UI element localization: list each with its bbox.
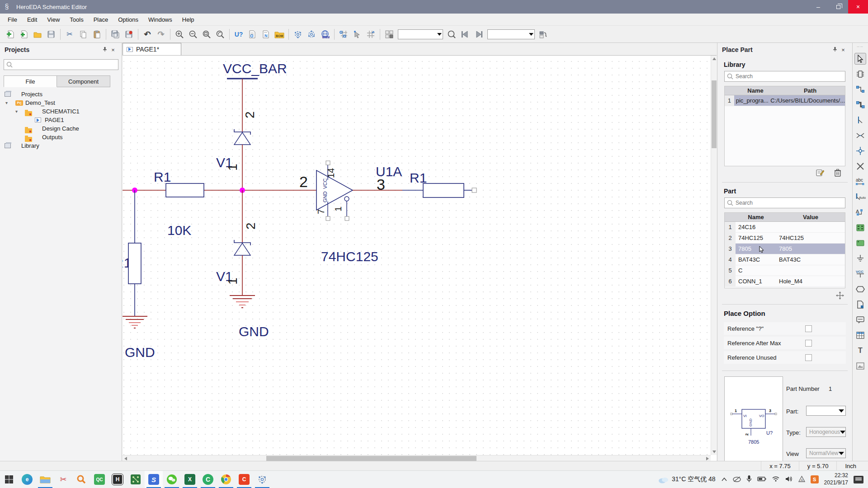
gnd-symbol-tool[interactable] <box>854 253 866 264</box>
volume-icon[interactable] <box>785 476 793 483</box>
taskbar-app-edge[interactable]: e <box>18 471 36 488</box>
tray-s-app-icon[interactable]: S <box>811 475 819 483</box>
arrange-windows-button[interactable] <box>537 28 550 41</box>
scroll-left-arrow[interactable] <box>124 457 127 460</box>
library-col-path[interactable]: Path <box>775 87 845 94</box>
view-combobox[interactable]: NormalView <box>806 448 846 458</box>
taskbar-app-qc[interactable]: QC <box>90 471 108 488</box>
wifi-icon[interactable] <box>772 476 780 483</box>
web-library-button[interactable]: WWW <box>318 28 332 41</box>
taskbar-app-h[interactable]: H <box>108 471 127 488</box>
window-layout-button[interactable] <box>382 28 396 41</box>
menu-edit[interactable]: Edit <box>22 14 42 25</box>
taskbar-app-c[interactable]: C <box>235 471 253 488</box>
tray-expand-chevron[interactable] <box>721 476 727 483</box>
menu-windows[interactable]: Windows <box>143 14 177 25</box>
no-connect-tool[interactable] <box>854 160 866 172</box>
menu-options[interactable]: Options <box>113 14 143 25</box>
tree-item-outputs[interactable]: Outputs <box>0 133 122 141</box>
menu-place[interactable]: Place <box>89 14 113 25</box>
net-label-vcc-bar[interactable]: VCC_BAR <box>223 61 287 76</box>
weather-widget[interactable]: 31°C 空气优 48 <box>657 475 716 483</box>
part-search-input[interactable] <box>736 200 845 206</box>
bus-tool[interactable] <box>854 99 866 111</box>
place-ic-tool[interactable] <box>854 222 866 234</box>
minimize-button[interactable]: – <box>808 0 828 14</box>
select-pointer-button[interactable] <box>350 28 364 41</box>
scroll-right-arrow[interactable] <box>706 457 709 460</box>
taskbar-app-pcb[interactable] <box>127 471 145 488</box>
library-row[interactable]: 1 pic_progra... C:/Users/BILL/Documents/… <box>725 95 845 106</box>
taskbar-app-camtasia[interactable]: C <box>199 471 217 488</box>
notification-center-icon[interactable] <box>854 476 863 483</box>
previous-page-button[interactable] <box>458 28 472 41</box>
vertical-scroll-thumb[interactable] <box>712 80 717 148</box>
text-tool[interactable]: T <box>854 345 866 357</box>
new-page-button[interactable] <box>4 28 17 41</box>
reference-after-max-checkbox[interactable] <box>805 340 812 347</box>
menu-file[interactable]: File <box>3 14 22 25</box>
projects-tab-component[interactable]: Component <box>57 75 110 87</box>
gnd-label-center[interactable]: GND <box>239 324 269 339</box>
new-project-button[interactable] <box>17 28 31 41</box>
taskbar-app-chrome[interactable] <box>217 471 235 488</box>
close-icon[interactable]: × <box>839 47 847 53</box>
pin-icon[interactable] <box>101 47 109 53</box>
net-entry-tool[interactable] <box>854 130 866 141</box>
pin-icon[interactable] <box>831 47 839 53</box>
tree-item-library[interactable]: Library <box>0 141 122 150</box>
off-page-connector-tool[interactable] <box>854 299 866 310</box>
projects-search-input[interactable] <box>15 61 118 68</box>
library-search[interactable] <box>724 71 845 82</box>
vcc-symbol-tool[interactable]: VCC <box>854 268 866 280</box>
part-row-24c16[interactable]: 124C16 <box>725 222 845 233</box>
edit-library-icon[interactable] <box>816 169 824 178</box>
comment-tool[interactable] <box>854 314 866 326</box>
battery-icon[interactable] <box>757 476 766 483</box>
projects-tab-file[interactable]: File <box>4 75 57 87</box>
reference-question-checkbox[interactable] <box>805 325 812 332</box>
tree-item-projects[interactable]: Projects <box>0 90 122 99</box>
cut-button[interactable]: ✂ <box>63 28 76 41</box>
reference-unused-checkbox[interactable] <box>805 354 812 361</box>
library-search-input[interactable] <box>736 73 845 80</box>
ref-text-tool[interactable]: A <box>854 206 866 218</box>
move-part-icon[interactable] <box>836 291 844 301</box>
taskbar-app-file-explorer[interactable] <box>36 471 54 488</box>
copy-button[interactable] <box>76 28 90 41</box>
next-page-button[interactable] <box>472 28 486 41</box>
select-tool[interactable] <box>854 53 866 65</box>
expand-caret-icon[interactable]: ▾ <box>15 109 18 114</box>
close-icon[interactable]: × <box>109 47 117 53</box>
menu-help[interactable]: Help <box>177 14 199 25</box>
undo-button[interactable]: ↶ <box>141 28 154 41</box>
net-label-tool[interactable]: abc <box>854 176 866 188</box>
open-button[interactable] <box>31 28 44 41</box>
taskbar-app-search-tool[interactable] <box>72 471 90 488</box>
restore-button[interactable] <box>828 0 848 14</box>
part-row-c[interactable]: 5C <box>725 265 845 276</box>
taskbar-app-network-tool[interactable] <box>253 471 271 488</box>
zoom-level-combobox[interactable] <box>398 29 443 39</box>
taskbar-app-wechat[interactable] <box>163 471 181 488</box>
taskbar-app-heroeda[interactable]: S <box>145 471 163 488</box>
part-col-value[interactable]: Value <box>776 214 845 221</box>
pin-tool[interactable] <box>854 114 866 126</box>
scroll-down-arrow[interactable] <box>712 450 716 453</box>
part-row-conn1[interactable]: 6CONN_1Hole_M4 <box>725 276 845 287</box>
page-combobox[interactable] <box>487 29 535 39</box>
type-combobox[interactable]: Honogenous <box>806 427 846 437</box>
zoom-in-button[interactable] <box>173 28 186 41</box>
horizontal-scroll-thumb[interactable] <box>266 456 476 461</box>
input-method-icon[interactable]: A <box>798 476 805 483</box>
taskbar-app-snipping-tool[interactable]: ✂ <box>54 471 72 488</box>
part-row-bat43c[interactable]: 4BAT43CBAT43C <box>725 254 845 265</box>
taskbar-app-excel[interactable]: X <box>181 471 199 488</box>
design-nodes-button[interactable] <box>337 28 350 41</box>
microphone-icon[interactable] <box>746 475 752 484</box>
export-pdf-button[interactable] <box>122 28 136 41</box>
start-button[interactable] <box>0 471 18 488</box>
tree-item-design-cache[interactable]: Design Cache <box>0 124 122 133</box>
part-row-7805-selected[interactable]: 3 7805 7805 <box>725 244 845 254</box>
taskbar-clock[interactable]: 22:32 2021/9/17 <box>824 472 848 486</box>
